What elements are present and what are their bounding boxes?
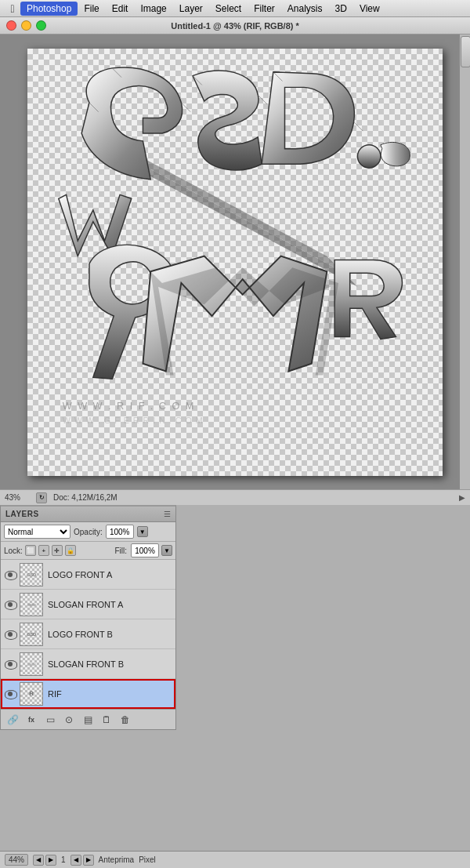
layer-name-slogan-front-a: SLOGAN FRONT A	[48, 600, 123, 609]
eye-icon-rif	[5, 690, 16, 698]
lock-all-icon[interactable]: 🔒	[65, 545, 76, 556]
page-number: 1	[61, 855, 66, 864]
thumb-art-2: www	[27, 602, 35, 607]
next-page-button[interactable]: ▶	[45, 855, 56, 866]
menu-bar:  Photoshop File Edit Image Layer Select…	[0, 0, 470, 17]
delete-layer-icon[interactable]: 🗑	[118, 713, 132, 727]
zoom-level: 43%	[5, 493, 30, 502]
layers-bottom-bar: 🔗 fx ▭ ⊙ ▤ 🗒 🗑	[1, 709, 175, 729]
menu-photoshop[interactable]: Photoshop	[20, 2, 78, 16]
layer-name-logo-front-a: LOGO FRONT A	[48, 570, 112, 579]
layers-panel-title: LAYERS	[5, 510, 161, 518]
svg-point-0	[357, 144, 380, 167]
layer-visibility-logo-front-b[interactable]	[4, 628, 16, 641]
next-page-button-2[interactable]: ▶	[83, 855, 94, 866]
lock-label: Lock:	[4, 547, 23, 555]
thumb-art-4: www	[27, 662, 35, 666]
document-size: Doc: 4,12M/16,2M	[53, 493, 453, 502]
layer-mask-icon[interactable]: ▭	[43, 713, 57, 727]
window-controls	[6, 20, 46, 31]
scrollbar-thumb[interactable]	[461, 36, 470, 67]
logo-artwork: W W W . R I F . C O M W W W . G F E R R …	[51, 56, 411, 433]
lock-position-icon[interactable]: ✛	[52, 545, 63, 556]
fill-arrow[interactable]: ▼	[161, 545, 172, 556]
blend-mode-select[interactable]: Normal	[4, 525, 70, 539]
pixel-label: Pixel	[139, 855, 156, 864]
prev-page-button-2[interactable]: ◀	[70, 855, 81, 866]
opacity-arrow[interactable]: ▼	[137, 526, 148, 537]
layer-thumb-logo-front-b: GSD	[20, 623, 43, 646]
preview-label: Anteprima	[99, 855, 135, 864]
canvas-area: W W W . R I F . C O M W W W . G F E R R …	[0, 35, 470, 489]
menu-select[interactable]: Select	[209, 2, 248, 16]
layer-effects-icon[interactable]: fx	[24, 713, 38, 727]
layers-controls-row: Normal Opacity: ▼	[1, 522, 175, 542]
title-bar: Untitled-1 @ 43% (RIF, RGB/8) *	[0, 17, 470, 35]
layer-thumb-rif: R	[20, 682, 43, 706]
layer-visibility-slogan-front-a[interactable]	[4, 598, 16, 611]
eye-icon-logo-front-b	[5, 630, 16, 638]
layer-row-logo-front-b[interactable]: GSD LOGO FRONT B	[1, 619, 175, 649]
prev-page-button[interactable]: ◀	[33, 855, 44, 866]
layer-row-slogan-front-b[interactable]: www SLOGAN FRONT B	[1, 649, 175, 679]
page-navigation-2: ◀ ▶	[70, 855, 94, 866]
layer-visibility-logo-front-a[interactable]	[4, 568, 16, 581]
status-expand-icon[interactable]: ▶	[459, 493, 465, 502]
menu-file[interactable]: File	[78, 2, 105, 16]
document-canvas[interactable]: W W W . R I F . C O M W W W . G F E R R …	[27, 49, 443, 476]
minimize-button[interactable]	[21, 20, 31, 31]
layer-row-slogan-front-a[interactable]: www SLOGAN FRONT A	[1, 590, 175, 619]
adjustment-layer-icon[interactable]: ⊙	[62, 713, 76, 727]
document-status-bar: 43% ↻ Doc: 4,12M/16,2M ▶	[0, 489, 470, 505]
layer-visibility-slogan-front-b[interactable]	[4, 658, 16, 670]
link-layers-icon[interactable]: 🔗	[5, 713, 20, 727]
menu-layer[interactable]: Layer	[173, 2, 209, 16]
lock-transparent-icon[interactable]: ⬜	[25, 545, 36, 556]
svg-line-9	[354, 122, 363, 131]
layer-row-logo-front-a[interactable]: GSD LOGO FRONT A	[1, 560, 175, 590]
document-title: Untitled-1 @ 43% (RIF, RGB/8) *	[171, 21, 299, 31]
layer-name-logo-front-b: LOGO FRONT B	[48, 630, 113, 639]
fill-input[interactable]	[131, 543, 159, 557]
thumb-art-3: GSD	[27, 632, 36, 637]
fill-label: Fill:	[114, 547, 127, 555]
menu-edit[interactable]: Edit	[106, 2, 135, 16]
opacity-input[interactable]	[106, 525, 134, 539]
eye-icon-slogan-front-b	[5, 660, 16, 668]
main-scrollbar[interactable]	[459, 35, 470, 489]
page-navigation: ◀ ▶	[33, 855, 56, 866]
layers-panel: LAYERS ☰ Normal Opacity: ▼ Lock: ⬜ + ✛ 🔒…	[0, 505, 176, 730]
maximize-button[interactable]	[36, 20, 46, 31]
bottom-status-bar: 44% ◀ ▶ 1 ◀ ▶ Anteprima Pixel	[0, 851, 470, 868]
eye-icon-logo-front-a	[5, 571, 16, 579]
menu-analysis[interactable]: Analysis	[281, 2, 329, 16]
menu-view[interactable]: View	[353, 2, 386, 16]
eye-icon-slogan-front-a	[5, 601, 16, 608]
lock-image-icon[interactable]: +	[38, 545, 49, 556]
close-button[interactable]	[6, 20, 16, 31]
apple-menu[interactable]: 	[5, 0, 20, 17]
menu-image[interactable]: Image	[134, 2, 172, 16]
svg-line-7	[258, 95, 267, 104]
status-refresh-icon[interactable]: ↻	[36, 492, 47, 503]
menu-filter[interactable]: Filter	[248, 2, 281, 16]
layer-thumb-logo-front-a: GSD	[20, 563, 43, 587]
layer-thumb-slogan-front-a: www	[20, 593, 43, 616]
new-group-icon[interactable]: ▤	[81, 713, 95, 727]
layer-row-rif[interactable]: R RIF	[1, 679, 175, 709]
svg-text:W W W . R I F . C O M: W W W . R I F . C O M	[63, 400, 196, 412]
opacity-label: Opacity:	[74, 528, 103, 536]
bottom-zoom-level[interactable]: 44%	[5, 854, 28, 866]
layers-panel-header: LAYERS ☰	[1, 507, 175, 522]
layers-lock-row: Lock: ⬜ + ✛ 🔒 Fill: ▼	[1, 542, 175, 560]
layer-visibility-rif[interactable]	[4, 688, 16, 700]
menu-3d[interactable]: 3D	[329, 2, 353, 16]
thumb-art-5: R	[29, 690, 33, 697]
svg-text:W W W . G F E R R I N . C O M: W W W . G F E R R I N . C O M	[63, 416, 204, 425]
layers-menu-icon[interactable]: ☰	[164, 510, 171, 518]
new-layer-icon[interactable]: 🗒	[99, 713, 114, 727]
thumb-art-1: GSD	[27, 572, 36, 577]
layer-thumb-slogan-front-b: www	[20, 652, 43, 676]
layer-name-rif: RIF	[48, 689, 62, 699]
layer-name-slogan-front-b: SLOGAN FRONT B	[48, 659, 124, 669]
